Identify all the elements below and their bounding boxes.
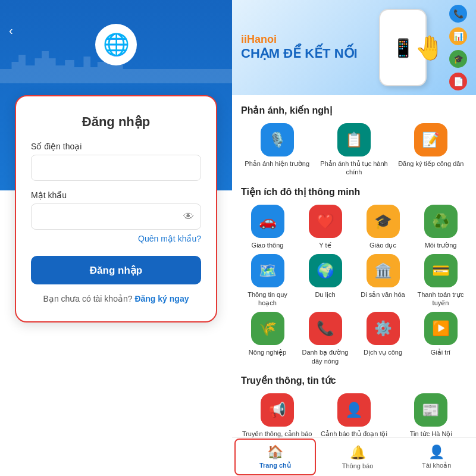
- nav-label-account: Tài khoản: [422, 462, 451, 469]
- icon-label-dang-ky-tiep-cong-dan: Đăng ký tiếp công dân: [398, 159, 464, 168]
- banner-icon-grad: 🎓: [449, 50, 467, 68]
- forgot-password-link[interactable]: Quên mật khẩu?: [138, 234, 201, 243]
- password-label: Mật khẩu: [31, 190, 201, 200]
- banner-icon-phone: 📞: [449, 5, 467, 23]
- icon-circle-dang-ky-tiep-cong-dan: 📝: [414, 123, 447, 156]
- icon-item-phan-anh-hien-truong[interactable]: 🎙️ Phản ánh hiện trường: [241, 123, 313, 177]
- section3-grid: 📢 Truyền thông, cảnh báo 👤 Cảnh báo thủ …: [241, 393, 467, 437]
- login-card: Đăng nhập Số điện thoại Mật khẩu 👁 Quên …: [15, 95, 217, 322]
- icon-label-giai-tri: Giải trí: [431, 348, 450, 356]
- icon-circle-y-te: ❤️: [309, 205, 342, 238]
- phone-input[interactable]: [31, 155, 201, 181]
- nav-item-account[interactable]: 👤 Tài khoản: [397, 440, 476, 474]
- phone-icon: 📱: [392, 37, 414, 58]
- icon-circle-du-lich: 🌍: [309, 254, 342, 287]
- icon-item-quy-hoach[interactable]: 🗺️ Thông tin quy hoạch: [241, 254, 294, 308]
- bottom-nav: 🏠 Trang chủ 🔔 Thông báo 👤 Tài khoản: [232, 437, 476, 476]
- icon-label-moi-truong: Môi trường: [425, 241, 457, 249]
- logo-icon: 🌐: [103, 32, 130, 57]
- icon-circle-thanh-toan: 💳: [424, 254, 458, 287]
- icon-item-y-te[interactable]: ❤️ Y tế: [299, 205, 352, 249]
- icon-circle-giao-duc: 🎓: [367, 205, 400, 238]
- icon-circle-nong-nghiep: 🌾: [251, 312, 284, 345]
- icon-label-phan-anh-hien-truong: Phản ánh hiện trường: [245, 159, 309, 168]
- password-input[interactable]: [31, 203, 201, 230]
- icon-circle-phan-anh-hien-truong: 🎙️: [261, 123, 294, 156]
- eye-icon[interactable]: 👁: [183, 211, 194, 223]
- nav-item-home[interactable]: 🏠 Trang chủ: [234, 439, 316, 475]
- icon-label-thanh-toan: Thanh toán trực tuyến: [414, 290, 467, 308]
- right-panel: iiHanoi CHẠM ĐỂ KẾT NỐI 📱 🤚 📞 📊 🎓 📄 Phản…: [232, 0, 476, 476]
- section2-grid: 🚗 Giao thông ❤️ Y tế 🎓 Giáo dục ♻️ Môi t…: [241, 205, 467, 365]
- icon-label-truyen-thong: Truyền thông, cảnh báo: [242, 430, 312, 437]
- icon-label-di-san: Di sản văn hóa: [361, 290, 405, 299]
- icon-label-phan-anh-thu-tuc: Phản ánh thủ tục hành chính: [318, 159, 390, 177]
- icon-item-du-lich[interactable]: 🌍 Du lịch: [299, 254, 352, 308]
- icon-item-danh-ba[interactable]: 📞 Danh bạ đường dây nóng: [299, 312, 352, 365]
- section3-title: Truyền thông, tin tức: [241, 375, 467, 386]
- icon-item-thanh-toan[interactable]: 💳 Thanh toán trực tuyến: [414, 254, 467, 308]
- section1-title: Phản ánh, kiến nghị: [241, 105, 467, 116]
- notification-icon: 🔔: [350, 445, 366, 461]
- scroll-content: Phản ánh, kiến nghị 🎙️ Phản ánh hiện trư…: [232, 95, 476, 437]
- icon-label-giao-thong: Giao thông: [252, 241, 284, 249]
- icon-item-moi-truong[interactable]: ♻️ Môi trường: [414, 205, 467, 249]
- register-link[interactable]: Đăng ký ngay: [134, 294, 189, 303]
- section1-grid: 🎙️ Phản ánh hiện trường 📋 Phản ánh thủ t…: [241, 123, 467, 177]
- banner-icon-doc: 📄: [449, 73, 467, 90]
- nav-item-notification[interactable]: 🔔 Thông báo: [318, 440, 397, 474]
- password-wrapper: 👁: [31, 203, 201, 230]
- icon-circle-giai-tri: ▶️: [424, 312, 458, 345]
- icon-label-dich-vu-cong: Dịch vụ công: [364, 348, 402, 356]
- banner-hand: 🤚: [415, 34, 444, 62]
- account-icon: 👤: [428, 444, 444, 460]
- login-title: Đăng nhập: [31, 114, 201, 130]
- no-account-text: Bạn chưa có tài khoản?: [43, 294, 133, 303]
- banner-brand: iiHanoi: [241, 33, 379, 46]
- section2-title: Tiện ích đô thị thông minh: [241, 186, 467, 198]
- icon-circle-moi-truong: ♻️: [424, 205, 458, 238]
- icon-label-quy-hoach: Thông tin quy hoạch: [241, 290, 294, 308]
- icon-circle-truyen-thong: 📢: [261, 393, 294, 427]
- login-button[interactable]: Đăng nhập: [31, 256, 201, 284]
- phone-label: Số điện thoại: [31, 142, 201, 151]
- banner-icon-chart: 📊: [449, 27, 467, 45]
- banner-text: iiHanoi CHẠM ĐỂ KẾT NỐI: [241, 33, 379, 61]
- icon-item-giai-tri[interactable]: ▶️ Giải trí: [414, 312, 467, 365]
- home-icon: 🏠: [267, 444, 283, 460]
- icon-item-truyen-thong[interactable]: 📢 Truyền thông, cảnh báo: [241, 393, 313, 437]
- icon-item-dang-ky-tiep-cong-dan[interactable]: 📝 Đăng ký tiếp công dân: [395, 123, 467, 177]
- icon-item-tin-tuc[interactable]: 📰 Tin tức Hà Nội: [395, 393, 467, 437]
- icon-label-y-te: Y tế: [319, 241, 331, 249]
- icon-item-canh-bao[interactable]: 👤 Cảnh báo thủ đoạn tội phạm: [318, 393, 390, 437]
- logo-circle: 🌐: [95, 24, 137, 65]
- icon-circle-canh-bao: 👤: [337, 393, 371, 427]
- icon-circle-giao-thong: 🚗: [251, 205, 284, 238]
- icon-label-danh-ba: Danh bạ đường dây nóng: [299, 348, 352, 365]
- icon-label-du-lich: Du lịch: [315, 290, 335, 299]
- icon-circle-dich-vu-cong: ⚙️: [367, 312, 400, 345]
- banner-title: CHẠM ĐỂ KẾT NỐI: [241, 46, 379, 61]
- forgot-link[interactable]: Quên mật khẩu?: [31, 233, 201, 244]
- icon-circle-di-san: 🏛️: [367, 254, 400, 287]
- icon-label-giao-duc: Giáo dục: [369, 241, 396, 249]
- icon-item-di-san[interactable]: 🏛️ Di sản văn hóa: [356, 254, 409, 308]
- icon-circle-phan-anh-thu-tuc: 📋: [337, 123, 371, 156]
- icon-circle-quy-hoach: 🗺️: [251, 254, 284, 287]
- left-header: ‹ 🌐: [0, 0, 232, 83]
- icon-label-nong-nghiep: Nông nghiệp: [249, 348, 286, 356]
- icon-item-dich-vu-cong[interactable]: ⚙️ Dịch vụ công: [356, 312, 409, 365]
- banner: iiHanoi CHẠM ĐỂ KẾT NỐI 📱 🤚 📞 📊 🎓 📄: [232, 0, 476, 95]
- icon-item-nong-nghiep[interactable]: 🌾 Nông nghiệp: [241, 312, 294, 365]
- icon-item-phan-anh-thu-tuc[interactable]: 📋 Phản ánh thủ tục hành chính: [318, 123, 390, 177]
- icon-circle-tin-tuc: 📰: [414, 393, 447, 427]
- icon-item-giao-thong[interactable]: 🚗 Giao thông: [241, 205, 294, 249]
- nav-label-notification: Thông báo: [342, 462, 374, 469]
- icon-circle-danh-ba: 📞: [309, 312, 342, 345]
- icon-item-giao-duc[interactable]: 🎓 Giáo dục: [356, 205, 409, 249]
- icon-label-tin-tuc: Tin tức Hà Nội: [410, 430, 452, 437]
- icon-label-canh-bao: Cảnh báo thủ đoạn tội phạm: [318, 430, 390, 437]
- nav-label-home: Trang chủ: [259, 462, 291, 469]
- back-button[interactable]: ‹: [9, 24, 13, 37]
- left-panel: ‹ 🌐 Đăng nhập Số điện thoại Mật khẩu 👁 Q…: [0, 0, 232, 476]
